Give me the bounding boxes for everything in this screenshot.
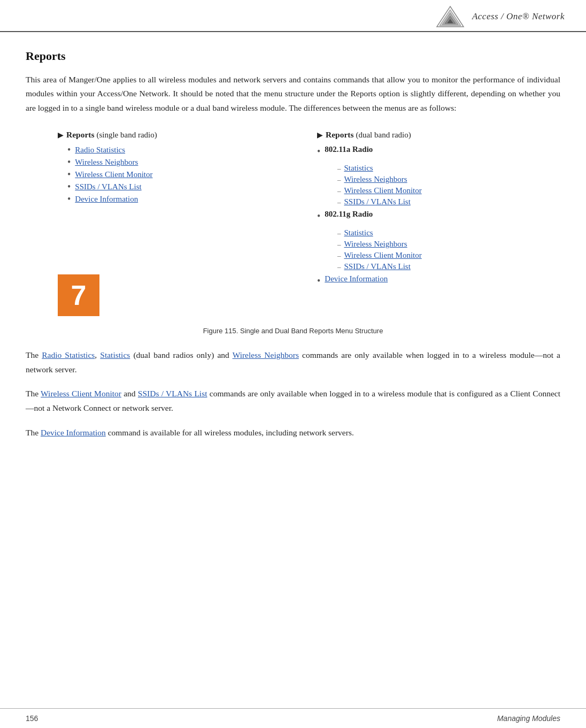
list-item: Wireless Neighbors (337, 175, 555, 184)
list-item: Wireless Neighbors (67, 157, 296, 167)
footer-chapter-title: Managing Modules (497, 714, 560, 723)
device-information-inline-link[interactable]: Device Information (41, 428, 106, 437)
wireless-neighbors-link-a[interactable]: Wireless Neighbors (344, 175, 407, 184)
page-header: Access / One® Network (0, 0, 586, 32)
statistics-link-a[interactable]: Statistics (344, 164, 373, 173)
header-title: Access / One® Network (472, 11, 565, 22)
left-arrow-icon: ▶ (58, 131, 63, 140)
list-item: Device Information (67, 194, 296, 204)
radio-a-sub-list: Statistics Wireless Neighbors Wireless C… (317, 164, 555, 206)
statistics-link-g[interactable]: Statistics (344, 228, 373, 237)
radio-statistics-inline-link[interactable]: Radio Statistics (42, 350, 95, 359)
right-header-bold: Reports (326, 130, 354, 139)
right-menu-column: ▶ Reports (dual band radio) 802.11a Radi… (301, 130, 560, 316)
ssids-vlans-link-g[interactable]: SSIDs / VLANs List (344, 262, 411, 271)
list-item-802a: 802.11a Radio (317, 145, 555, 158)
left-header-bold: Reports (66, 130, 95, 139)
statistics-inline-link[interactable]: Statistics (100, 350, 130, 359)
chapter-number: 7 (71, 281, 87, 309)
radio-g-label: 802.11g Radio (325, 210, 373, 219)
body-para-2: The Wireless Client Monitor and SSIDs / … (26, 386, 560, 415)
list-item-802g: 802.11g Radio (317, 210, 555, 223)
wireless-client-monitor-inline-link[interactable]: Wireless Client Monitor (41, 389, 121, 398)
list-item-device-info-right: Device Information (317, 274, 555, 288)
list-item: Wireless Neighbors (337, 240, 555, 249)
body-para-3: The Device Information command is availa… (26, 425, 560, 440)
device-information-link-right[interactable]: Device Information (325, 274, 388, 283)
wireless-neighbors-link-left[interactable]: Wireless Neighbors (75, 158, 138, 167)
list-item: SSIDs / VLANs List (337, 197, 555, 206)
wireless-client-monitor-link-g[interactable]: Wireless Client Monitor (344, 251, 422, 260)
list-item: Radio Statistics (67, 145, 296, 155)
ssids-vlans-list-link-left[interactable]: SSIDs / VLANs List (75, 182, 141, 191)
radio-a-label: 802.11a Radio (325, 145, 373, 154)
radio-g-sub-list: Statistics Wireless Neighbors Wireless C… (317, 228, 555, 271)
right-menu-extra: Device Information (317, 274, 555, 288)
right-header-normal: (dual band radio) (356, 131, 411, 139)
right-arrow-icon: ▶ (317, 131, 322, 140)
list-item: SSIDs / VLANs List (67, 182, 296, 191)
list-item: Statistics (337, 164, 555, 173)
left-menu-column: ▶ Reports (single band radio) Radio Stat… (26, 130, 301, 316)
list-item: SSIDs / VLANs List (337, 262, 555, 271)
main-content: Reports This area of Manger/One applies … (0, 32, 586, 440)
left-menu-list: Radio Statistics Wireless Neighbors Wire… (58, 145, 296, 204)
chapter-block: 7 (58, 274, 99, 316)
intro-paragraph: This area of Manger/One applies to all w… (26, 73, 560, 115)
page-footer: 156 Managing Modules (0, 708, 586, 728)
company-logo (436, 5, 465, 28)
figure-caption: Figure 115. Single and Dual Band Reports… (26, 327, 560, 335)
wireless-client-monitor-link-left[interactable]: Wireless Client Monitor (75, 170, 152, 179)
right-menu-list-g: 802.11g Radio (317, 210, 555, 223)
list-item: Wireless Client Monitor (337, 186, 555, 195)
footer-page-number: 156 (26, 714, 38, 723)
list-item: Wireless Client Monitor (67, 170, 296, 179)
page-title: Reports (26, 49, 560, 63)
right-menu-header: ▶ Reports (dual band radio) (317, 130, 555, 140)
menu-section: ▶ Reports (single band radio) Radio Stat… (26, 130, 560, 316)
device-information-link-left[interactable]: Device Information (75, 195, 138, 204)
header-right: Access / One® Network (436, 5, 565, 28)
wireless-client-monitor-link-a[interactable]: Wireless Client Monitor (344, 186, 422, 195)
radio-statistics-link[interactable]: Radio Statistics (75, 145, 125, 155)
wireless-neighbors-link-g[interactable]: Wireless Neighbors (344, 240, 407, 249)
wireless-neighbors-inline-link[interactable]: Wireless Neighbors (233, 350, 299, 359)
right-menu-list: 802.11a Radio (317, 145, 555, 158)
ssids-vlans-inline-link[interactable]: SSIDs / VLANs List (138, 389, 207, 398)
ssids-vlans-link-a[interactable]: SSIDs / VLANs List (344, 197, 411, 206)
list-item: Statistics (337, 228, 555, 237)
left-header-normal: (single band radio) (96, 131, 157, 139)
body-para-1: The Radio Statistics, Statistics (dual b… (26, 348, 560, 377)
left-menu-header: ▶ Reports (single band radio) (58, 130, 296, 140)
list-item: Wireless Client Monitor (337, 251, 555, 260)
